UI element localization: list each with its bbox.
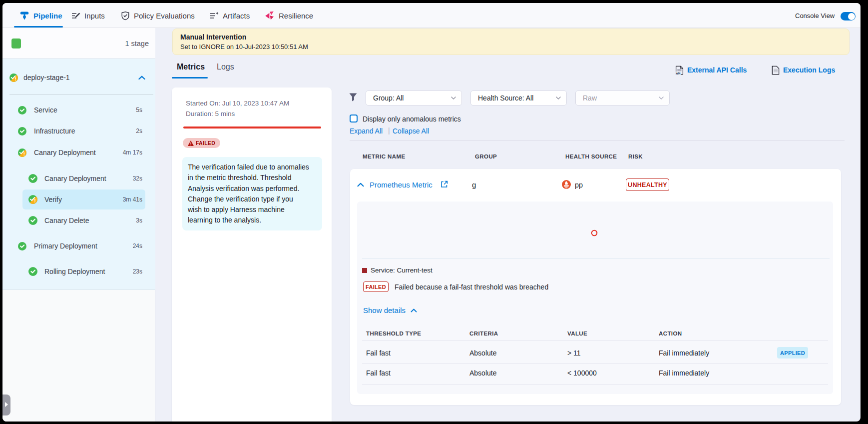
svg-text:API: API: [676, 72, 681, 74]
